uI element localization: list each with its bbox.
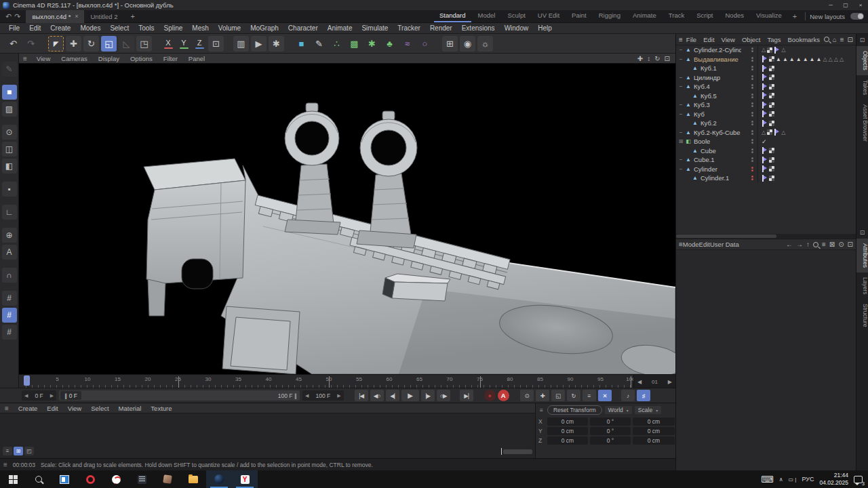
object-name[interactable]: Cylinder <box>692 165 717 173</box>
close-button[interactable]: × <box>853 0 868 10</box>
record-scale-toggle[interactable]: ◱ <box>551 390 565 401</box>
object-name[interactable]: Cube <box>699 147 716 155</box>
menu-help[interactable]: Help <box>533 24 557 32</box>
selection-tag-icon[interactable]: △ <box>834 56 838 62</box>
visibility-dots[interactable] <box>751 84 753 89</box>
om-menu-object[interactable]: Object <box>738 36 764 43</box>
record-pla-toggle[interactable]: ✕ <box>598 390 612 401</box>
object-row[interactable]: −▲Cube.1 <box>676 155 856 165</box>
pan-view-icon[interactable]: ✚ <box>637 55 643 62</box>
panel-icon[interactable]: ⊡ <box>848 36 853 43</box>
polygon-selection-tag-icon[interactable]: ▲ <box>803 56 808 62</box>
texture-tag-icon[interactable] <box>769 121 774 126</box>
texture-tag-icon[interactable] <box>769 93 774 98</box>
generators-button[interactable]: ✱ <box>364 36 380 52</box>
object-row[interactable]: ▲Куб.5 <box>676 92 856 101</box>
object-name[interactable]: Куб.1 <box>699 64 717 72</box>
add-layout-button[interactable]: + <box>789 12 801 20</box>
volume-builder-button[interactable]: ♣ <box>382 36 397 52</box>
flag-tag-icon[interactable] <box>762 74 768 81</box>
object-name[interactable]: Куб.5 <box>699 92 717 100</box>
om-menu-file[interactable]: File <box>683 36 700 43</box>
polygon-selection-tag-icon[interactable]: ▲ <box>816 56 822 62</box>
visibility-dots[interactable] <box>751 75 753 80</box>
layout-toggle-switch[interactable] <box>850 13 864 20</box>
goto-start-button[interactable]: |◀ <box>355 390 368 401</box>
lock-icon[interactable]: ⊠ <box>829 241 835 248</box>
scroll-right-icon[interactable]: ▶ <box>668 379 672 385</box>
viewport-menu-filter[interactable]: Filter <box>158 55 183 62</box>
toggle-panel-icon[interactable]: ⊡ <box>665 55 670 62</box>
layout-tab-nodes[interactable]: Nodes <box>719 10 749 22</box>
visibility-dots[interactable] <box>751 66 753 70</box>
visibility-dots[interactable] <box>751 167 753 171</box>
om-menu-bookmarks[interactable]: Bookmarks <box>785 36 824 43</box>
texture-tag-icon[interactable] <box>769 157 774 163</box>
render-picture-viewer-button[interactable]: ▶ <box>251 36 267 52</box>
menu-file[interactable]: File <box>4 24 24 32</box>
side-tab-asset-browser[interactable]: Asset Browser <box>856 100 868 146</box>
material-menu-view[interactable]: View <box>63 405 86 412</box>
viewport-menu-icon[interactable]: ≡ <box>19 55 31 62</box>
om-menu-edit[interactable]: Edit <box>700 36 717 43</box>
undo-icon[interactable]: ↶ <box>5 12 12 21</box>
material-menu-texture[interactable]: Texture <box>146 405 176 412</box>
solo-toggle[interactable]: ♯ <box>637 390 650 401</box>
yandex-browser-button[interactable]: Y <box>232 470 258 488</box>
object-row[interactable]: ▲Куб.2 <box>676 119 856 128</box>
visibility-dots[interactable] <box>751 148 753 153</box>
texture-tag-icon[interactable] <box>769 84 774 89</box>
coordinate-field[interactable]: 0 cm <box>633 418 675 426</box>
play-button[interactable]: ▶ <box>401 390 419 401</box>
expander-icon[interactable]: − <box>677 157 684 163</box>
side-tab-objects[interactable]: Objects <box>856 46 868 75</box>
material-scrollbar[interactable] <box>501 448 532 455</box>
taskbar-search-button[interactable] <box>26 470 52 488</box>
object-row[interactable]: −▲Куб.4 <box>676 82 856 92</box>
menu-modes[interactable]: Modes <box>75 24 105 32</box>
grid-view-icon[interactable]: ⊞ <box>14 447 23 455</box>
object-name[interactable]: Boole <box>692 138 710 145</box>
texture-tag-icon[interactable] <box>769 75 774 80</box>
power-slider[interactable]: ∥ 0 F 100 F ∥ <box>59 390 300 401</box>
polygon-selection-tag-icon[interactable]: ▲ <box>810 56 815 62</box>
keyframe-selection-toggle[interactable]: ⊙ <box>520 390 534 401</box>
flag-tag-icon[interactable] <box>762 102 768 108</box>
forward-icon[interactable]: → <box>796 241 803 248</box>
material-menu-material[interactable]: Material <box>114 405 146 412</box>
texture-tag-icon[interactable] <box>769 176 774 181</box>
visibility-dots[interactable] <box>751 47 753 52</box>
object-row[interactable]: −▲Выдавливание▲▲▲▲▲▲▲△△△△ <box>676 55 856 64</box>
notes-app-button[interactable] <box>129 470 155 488</box>
menu-tools[interactable]: Tools <box>134 24 159 32</box>
panel-strip-icon[interactable]: ⊡ <box>860 34 865 46</box>
viewport-menu-options[interactable]: Options <box>125 55 158 62</box>
expander-icon[interactable]: − <box>677 166 684 172</box>
object-name[interactable]: Куб <box>692 110 705 118</box>
expander-icon[interactable]: − <box>677 56 684 62</box>
flag-tag-icon[interactable] <box>762 65 768 72</box>
attr-menu-edit[interactable]: Edit <box>699 241 710 248</box>
minimize-button[interactable]: ─ <box>823 0 838 10</box>
expander-icon[interactable]: − <box>677 83 684 89</box>
lock-x-axis[interactable]: X <box>161 37 175 50</box>
model-mode-icon[interactable]: ■ <box>2 85 17 100</box>
side-tab-layers[interactable]: Layers <box>856 272 868 300</box>
polygons-mode-icon[interactable]: ◧ <box>2 159 17 174</box>
object-manager-scrollbar[interactable] <box>676 234 856 239</box>
expander-icon[interactable]: ⊞ <box>677 138 684 144</box>
clock[interactable]: 21:44 04.02.2025 <box>819 472 848 486</box>
texture-tag-icon[interactable] <box>769 111 774 117</box>
start-button[interactable] <box>0 470 26 488</box>
play-sound-toggle[interactable]: ♪ <box>621 390 635 401</box>
visibility-dots[interactable] <box>751 112 753 117</box>
app-window-button[interactable] <box>52 470 77 488</box>
light-button[interactable]: ☼ <box>477 36 493 52</box>
edges-mode-icon[interactable]: ◫ <box>2 142 17 157</box>
coordinate-field[interactable]: 0 ° <box>590 427 631 435</box>
coordinate-field[interactable]: 0 cm <box>547 418 588 426</box>
auto-axis-mode-icon[interactable]: A <box>2 245 17 260</box>
flag-tag-icon[interactable] <box>762 157 768 163</box>
menu-mesh[interactable]: Mesh <box>187 24 213 32</box>
visibility-dots[interactable] <box>751 94 753 98</box>
